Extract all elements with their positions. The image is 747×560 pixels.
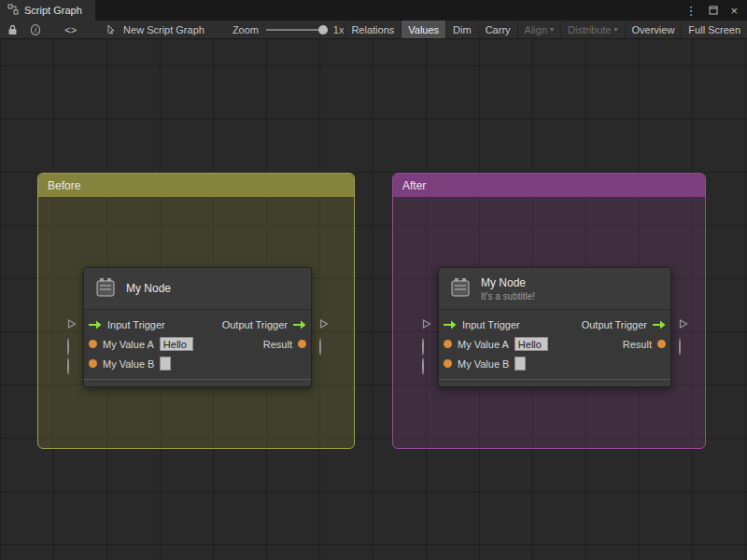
value-b-input[interactable] [160,357,171,371]
external-value-b-port[interactable] [67,358,77,368]
input-trigger-port-icon[interactable] [444,320,457,329]
close-icon[interactable]: × [730,5,738,17]
graph-tab-icon [7,4,19,17]
value-a-port-icon[interactable] [89,340,97,348]
value-a-label: My Value A [458,339,509,350]
external-result-port[interactable] [319,339,329,348]
node-header[interactable]: My Node It's a subtitle! [439,268,670,310]
value-b-label: My Value B [103,358,154,370]
external-output-trigger-port[interactable] [319,319,329,329]
value-b-row: My Value B [84,354,311,373]
value-b-port-icon[interactable] [89,359,97,368]
group-after-header[interactable]: After [393,174,705,197]
output-trigger-port-icon[interactable] [293,320,306,329]
result-port-icon[interactable] [657,340,666,348]
relations-button[interactable]: Relations [344,21,401,38]
input-trigger-label: Input Trigger [107,319,165,330]
overview-button[interactable]: Overview [625,21,682,38]
distribute-dropdown[interactable]: Distribute ▾ [560,21,624,38]
values-button[interactable]: Values [401,21,445,38]
maximize-icon[interactable] [709,2,718,19]
external-output-trigger-port[interactable] [679,319,688,329]
group-title: After [402,179,426,192]
graph-toolbar: i <> New Script Graph Zoom 1x Relations … [0,21,747,39]
external-value-a-port[interactable] [422,339,431,348]
carry-button[interactable]: Carry [478,21,517,38]
node-footer [84,379,311,386]
kebab-menu-icon[interactable]: ⋮ [684,5,697,17]
unit-icon [93,275,118,301]
node-title: My Node [126,282,171,295]
result-label: Result [623,339,652,350]
graph-pointer-icon [106,23,118,36]
node-my-node-before[interactable]: My Node Input Trigger Output Trigger [83,267,312,387]
group-before-header[interactable]: Before [38,174,354,197]
unit-icon [448,275,472,301]
zoom-label: Zoom [233,24,259,35]
node-subtitle: It's a subtitle! [481,291,535,301]
node-title: My Node [481,276,535,289]
external-value-b-port[interactable] [422,358,431,368]
node-header[interactable]: My Node [84,268,311,310]
value-b-row: My Value B [439,354,670,373]
value-a-row: My Value A Result [439,334,670,354]
zoom-slider[interactable] [266,24,328,35]
trigger-row: Input Trigger Output Trigger [84,315,311,334]
external-result-port[interactable] [679,339,688,348]
info-icon[interactable]: i [31,24,40,35]
tab-title: Script Graph [24,5,82,16]
graph-name-label: New Script Graph [123,24,204,35]
tab-script-graph[interactable]: Script Graph [0,0,95,21]
value-a-row: My Value A Result [84,334,311,354]
result-label: Result [263,339,292,350]
group-before[interactable]: Before [37,173,355,449]
chevron-down-icon: ▾ [550,25,554,34]
graph-selector[interactable]: New Script Graph [106,23,204,36]
value-b-input[interactable] [514,357,526,371]
node-my-node-after[interactable]: My Node It's a subtitle! Input Trigger O… [438,267,671,387]
zoom-slider-knob[interactable] [318,25,328,35]
toolbar-buttons: Relations Values Dim Carry Align ▾ Distr… [344,21,747,38]
external-value-a-port[interactable] [67,339,77,348]
output-trigger-label: Output Trigger [582,319,647,330]
chevron-down-icon: ▾ [614,25,618,34]
input-trigger-label: Input Trigger [462,319,520,330]
external-input-trigger-port[interactable] [67,319,77,329]
window-controls: ⋮ × [684,0,747,21]
result-port-icon[interactable] [298,340,306,348]
value-a-input[interactable] [514,337,548,351]
group-after[interactable]: After [392,173,706,449]
output-trigger-label: Output Trigger [222,319,288,330]
code-view-icon[interactable]: <> [64,24,77,35]
value-b-label: My Value B [458,358,509,370]
group-title: Before [48,179,80,192]
external-input-trigger-port[interactable] [422,319,431,329]
trigger-row: Input Trigger Output Trigger [439,315,670,334]
graph-canvas[interactable]: Before [0,39,747,560]
value-b-port-icon[interactable] [444,359,452,368]
dim-button[interactable]: Dim [445,21,478,38]
value-a-port-icon[interactable] [444,340,452,348]
align-dropdown[interactable]: Align ▾ [517,21,560,38]
value-a-input[interactable] [160,337,193,351]
fullscreen-button[interactable]: Full Screen [681,21,747,38]
input-trigger-port-icon[interactable] [89,320,102,329]
output-trigger-port-icon[interactable] [653,320,666,329]
node-footer [439,379,670,386]
lock-icon[interactable] [7,24,18,35]
zoom-value: 1x [333,24,345,35]
window-tab-bar: Script Graph ⋮ × [0,0,747,21]
value-a-label: My Value A [103,339,154,350]
